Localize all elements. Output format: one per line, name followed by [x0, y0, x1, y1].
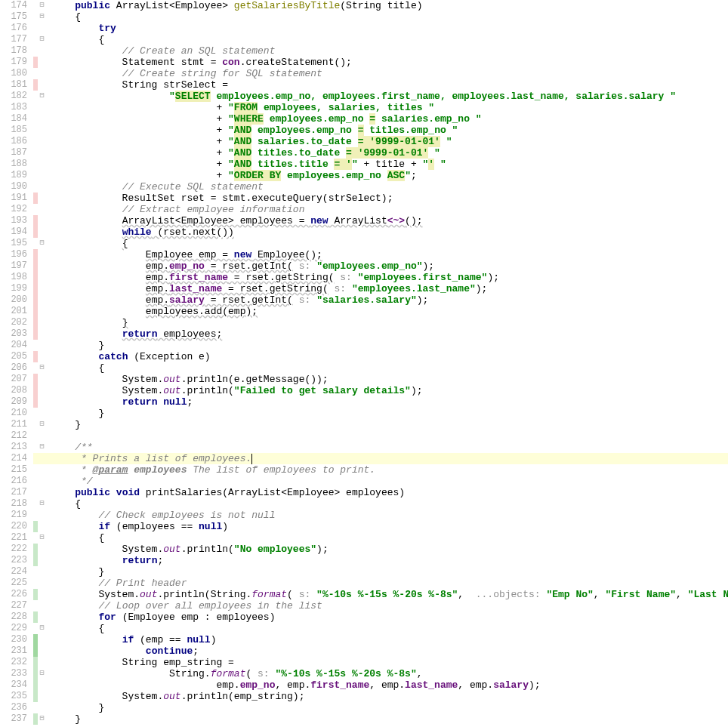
code-content[interactable]: public void printSalaries(ArrayList<Empl…	[48, 487, 728, 498]
code-line[interactable]: 220 if (employees == null)	[0, 521, 728, 532]
fold-minus-icon[interactable]: ⊟	[38, 363, 46, 371]
code-line[interactable]: 225 // Print header	[0, 578, 728, 589]
code-line[interactable]: 217 public void printSalaries(ArrayList<…	[0, 487, 728, 498]
fold-gutter[interactable]	[38, 317, 48, 328]
code-content[interactable]: "SELECT employees.emp_no, employees.firs…	[48, 91, 728, 102]
code-content[interactable]: * @param employees The list of employees…	[48, 464, 728, 476]
code-line[interactable]: 191 ResultSet rset = stmt.executeQuery(s…	[0, 193, 728, 204]
code-content[interactable]: emp.emp_no, emp.first_name, emp.last_nam…	[48, 679, 728, 691]
code-content[interactable]: {	[48, 498, 728, 510]
code-content[interactable]: catch (Exception e)	[48, 351, 728, 362]
code-line[interactable]: 174⊟ public ArrayList<Employee> getSalar…	[0, 0, 728, 11]
fold-gutter[interactable]	[38, 159, 48, 170]
code-line[interactable]: 196 Employee emp = new Employee();	[0, 249, 728, 260]
fold-gutter[interactable]	[38, 611, 48, 623]
code-line[interactable]: 216 */	[0, 476, 728, 487]
fold-gutter[interactable]	[38, 204, 48, 215]
code-content[interactable]: // Print header	[48, 578, 728, 589]
code-content[interactable]: emp.emp_no = rset.getInt( s: "employees.…	[48, 260, 728, 272]
code-content[interactable]: // Create string for SQL statement	[48, 68, 728, 79]
code-line[interactable]: 236 }	[0, 702, 728, 713]
code-content[interactable]: System.out.println("No employees");	[48, 544, 728, 555]
code-content[interactable]: // Loop over all employees in the list	[48, 600, 728, 611]
fold-gutter[interactable]	[38, 215, 48, 226]
fold-gutter[interactable]	[38, 600, 48, 611]
fold-gutter[interactable]	[38, 249, 48, 260]
code-line[interactable]: 177⊟ {	[0, 34, 728, 45]
fold-minus-icon[interactable]: ⊟	[38, 442, 46, 451]
fold-gutter[interactable]	[38, 272, 48, 283]
code-content[interactable]: * Prints a list of employees.	[48, 453, 728, 464]
fold-minus-icon[interactable]: ⊟	[38, 35, 46, 43]
fold-gutter[interactable]	[38, 125, 48, 136]
code-line[interactable]: 181 String strSelect =	[0, 79, 728, 91]
code-line[interactable]: 227 // Loop over all employees in the li…	[0, 600, 728, 611]
code-line[interactable]: 178 // Create an SQL statement	[0, 45, 728, 57]
code-content[interactable]: emp.first_name = rset.getString( s: "emp…	[48, 272, 728, 283]
code-line[interactable]: 228 for (Employee emp : employees)	[0, 611, 728, 623]
code-line[interactable]: 201 employees.add(emp);	[0, 306, 728, 317]
fold-minus-icon[interactable]: ⊟	[38, 420, 46, 428]
fold-gutter[interactable]: ⊟	[38, 0, 48, 11]
code-line[interactable]: 218⊟ {	[0, 498, 728, 510]
fold-gutter[interactable]	[38, 181, 48, 193]
fold-gutter[interactable]	[38, 555, 48, 566]
fold-gutter[interactable]	[38, 476, 48, 487]
fold-gutter[interactable]	[38, 702, 48, 713]
code-line[interactable]: 190 // Execute SQL statement	[0, 181, 728, 193]
code-line[interactable]: 222 System.out.println("No employees");	[0, 544, 728, 555]
code-content[interactable]: // Extract employee information	[48, 204, 728, 215]
code-line[interactable]: 230 if (emp == null)	[0, 634, 728, 645]
fold-gutter[interactable]	[38, 68, 48, 79]
code-line[interactable]: 229⊟ {	[0, 623, 728, 634]
code-content[interactable]: + "AND titles.title = '" + title + "' "	[48, 159, 728, 170]
fold-gutter[interactable]	[38, 396, 48, 408]
code-line[interactable]: 234 emp.emp_no, emp.first_name, emp.last…	[0, 679, 728, 691]
fold-minus-icon[interactable]: ⊟	[38, 624, 46, 632]
code-content[interactable]: ArrayList<Employee> employees = new Arra…	[48, 215, 728, 226]
fold-gutter[interactable]	[38, 430, 48, 442]
code-content[interactable]: + "AND employees.emp_no = titles.emp_no …	[48, 125, 728, 136]
code-line[interactable]: 205 catch (Exception e)	[0, 351, 728, 362]
code-content[interactable]: System.out.println(e.getMessage());	[48, 374, 728, 385]
code-line[interactable]: 226 System.out.println(String.format( s:…	[0, 589, 728, 600]
fold-gutter[interactable]	[38, 193, 48, 204]
code-line[interactable]: 206⊟ {	[0, 362, 728, 374]
code-line[interactable]: 195⊟ {	[0, 238, 728, 249]
fold-minus-icon[interactable]: ⊟	[38, 239, 46, 247]
code-content[interactable]: return null;	[48, 396, 728, 408]
code-line[interactable]: 221⊟ {	[0, 532, 728, 544]
fold-gutter[interactable]	[38, 510, 48, 521]
code-content[interactable]: }	[48, 713, 728, 725]
fold-gutter[interactable]	[38, 385, 48, 396]
fold-gutter[interactable]	[38, 464, 48, 476]
code-content[interactable]: {	[48, 238, 728, 249]
code-content[interactable]: /**	[48, 442, 728, 453]
code-line[interactable]: 187 + "AND titles.to_date = '9999-01-01'…	[0, 147, 728, 159]
code-line[interactable]: 200 emp.salary = rset.getInt( s: "salari…	[0, 294, 728, 306]
code-content[interactable]: return employees;	[48, 328, 728, 340]
code-line[interactable]: 179 Statement stmt = con.createStatement…	[0, 57, 728, 68]
code-line[interactable]: 237⊟ }	[0, 713, 728, 725]
code-line[interactable]: 215 * @param employees The list of emplo…	[0, 464, 728, 476]
code-content[interactable]: Employee emp = new Employee();	[48, 249, 728, 260]
code-content[interactable]: // Execute SQL statement	[48, 181, 728, 193]
fold-gutter[interactable]	[38, 566, 48, 578]
code-content[interactable]: + "AND salaries.to_date = '9999-01-01' "	[48, 136, 728, 147]
code-content[interactable]: */	[48, 476, 728, 487]
fold-gutter[interactable]	[38, 306, 48, 317]
fold-minus-icon[interactable]: ⊟	[38, 1, 46, 9]
fold-gutter[interactable]: ⊟	[38, 11, 48, 23]
code-content[interactable]: String strSelect =	[48, 79, 728, 91]
code-content[interactable]: for (Employee emp : employees)	[48, 611, 728, 623]
code-content[interactable]: employees.add(emp);	[48, 306, 728, 317]
code-line[interactable]: 192 // Extract employee information	[0, 204, 728, 215]
code-content[interactable]: try	[48, 23, 728, 34]
fold-gutter[interactable]	[38, 23, 48, 34]
code-content[interactable]: }	[48, 419, 728, 430]
fold-gutter[interactable]	[38, 283, 48, 294]
code-line[interactable]: 185 + "AND employees.emp_no = titles.emp…	[0, 125, 728, 136]
code-line[interactable]: 182⊟ "SELECT employees.emp_no, employees…	[0, 91, 728, 102]
code-line[interactable]: 202 }	[0, 317, 728, 328]
fold-gutter[interactable]	[38, 113, 48, 125]
